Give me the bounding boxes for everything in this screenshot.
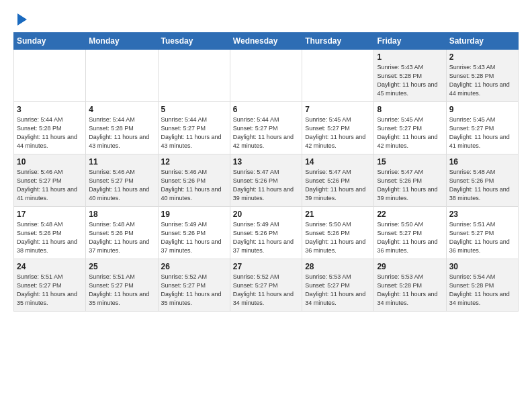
day-info: Sunrise: 5:47 AM Sunset: 5:26 PM Dayligh…	[305, 168, 371, 203]
weekday-header-row: SundayMondayTuesdayWednesdayThursdayFrid…	[14, 33, 519, 50]
day-info: Sunrise: 5:45 AM Sunset: 5:27 PM Dayligh…	[449, 116, 515, 150]
calendar-cell: 5Sunrise: 5:44 AM Sunset: 5:27 PM Daylig…	[158, 102, 230, 154]
day-number: 13	[233, 157, 299, 167]
day-number: 28	[305, 262, 371, 271]
weekday-header-saturday: Saturday	[446, 33, 518, 50]
page: SundayMondayTuesdayWednesdayThursdayFrid…	[0, 0, 532, 318]
day-info: Sunrise: 5:46 AM Sunset: 5:27 PM Dayligh…	[17, 168, 83, 203]
calendar-cell: 20Sunrise: 5:49 AM Sunset: 5:26 PM Dayli…	[230, 207, 302, 259]
calendar-cell: 8Sunrise: 5:45 AM Sunset: 5:27 PM Daylig…	[374, 102, 446, 154]
day-info: Sunrise: 5:49 AM Sunset: 5:26 PM Dayligh…	[161, 220, 227, 255]
day-info: Sunrise: 5:51 AM Sunset: 5:27 PM Dayligh…	[17, 273, 83, 308]
day-info: Sunrise: 5:48 AM Sunset: 5:26 PM Dayligh…	[449, 168, 515, 203]
calendar-cell: 14Sunrise: 5:47 AM Sunset: 5:26 PM Dayli…	[302, 154, 374, 207]
calendar-week-5: 24Sunrise: 5:51 AM Sunset: 5:27 PM Dayli…	[14, 259, 519, 312]
calendar-cell: 3Sunrise: 5:44 AM Sunset: 5:28 PM Daylig…	[14, 102, 86, 154]
day-info: Sunrise: 5:45 AM Sunset: 5:27 PM Dayligh…	[305, 116, 371, 150]
weekday-header-thursday: Thursday	[302, 33, 374, 50]
calendar-cell: 23Sunrise: 5:51 AM Sunset: 5:27 PM Dayli…	[446, 207, 518, 259]
calendar-week-3: 10Sunrise: 5:46 AM Sunset: 5:27 PM Dayli…	[14, 154, 519, 207]
day-info: Sunrise: 5:46 AM Sunset: 5:27 PM Dayligh…	[89, 168, 154, 203]
calendar-cell	[302, 50, 374, 102]
calendar-cell: 16Sunrise: 5:48 AM Sunset: 5:26 PM Dayli…	[446, 154, 518, 207]
calendar-cell: 21Sunrise: 5:50 AM Sunset: 5:26 PM Dayli…	[302, 207, 374, 259]
day-number: 14	[305, 157, 371, 167]
day-number: 10	[17, 157, 83, 167]
day-info: Sunrise: 5:48 AM Sunset: 5:26 PM Dayligh…	[89, 220, 154, 255]
calendar-cell: 2Sunrise: 5:43 AM Sunset: 5:28 PM Daylig…	[446, 50, 518, 102]
day-info: Sunrise: 5:44 AM Sunset: 5:28 PM Dayligh…	[17, 116, 83, 150]
day-info: Sunrise: 5:50 AM Sunset: 5:26 PM Dayligh…	[305, 220, 371, 255]
logo-arrow-icon	[17, 13, 27, 26]
weekday-header-wednesday: Wednesday	[230, 33, 302, 50]
day-number: 23	[449, 210, 515, 219]
day-number: 15	[377, 157, 443, 167]
day-info: Sunrise: 5:47 AM Sunset: 5:26 PM Dayligh…	[233, 168, 299, 203]
day-info: Sunrise: 5:49 AM Sunset: 5:26 PM Dayligh…	[233, 220, 299, 255]
calendar-cell: 13Sunrise: 5:47 AM Sunset: 5:26 PM Dayli…	[230, 154, 302, 207]
day-number: 24	[17, 262, 83, 271]
day-number: 12	[161, 157, 227, 167]
calendar-week-2: 3Sunrise: 5:44 AM Sunset: 5:28 PM Daylig…	[14, 102, 519, 154]
calendar-cell: 7Sunrise: 5:45 AM Sunset: 5:27 PM Daylig…	[302, 102, 374, 154]
weekday-header-monday: Monday	[86, 33, 158, 50]
day-number: 1	[377, 52, 443, 62]
weekday-header-sunday: Sunday	[14, 33, 86, 50]
day-info: Sunrise: 5:43 AM Sunset: 5:28 PM Dayligh…	[377, 63, 443, 98]
logo	[13, 11, 27, 26]
day-number: 19	[161, 210, 227, 219]
day-info: Sunrise: 5:43 AM Sunset: 5:28 PM Dayligh…	[449, 63, 515, 98]
calendar-cell: 11Sunrise: 5:46 AM Sunset: 5:27 PM Dayli…	[86, 154, 158, 207]
day-info: Sunrise: 5:44 AM Sunset: 5:28 PM Dayligh…	[89, 116, 154, 150]
calendar-cell: 19Sunrise: 5:49 AM Sunset: 5:26 PM Dayli…	[158, 207, 230, 259]
calendar-cell	[230, 50, 302, 102]
calendar-week-4: 17Sunrise: 5:48 AM Sunset: 5:26 PM Dayli…	[14, 207, 519, 259]
day-number: 9	[449, 105, 515, 114]
calendar-cell: 26Sunrise: 5:52 AM Sunset: 5:27 PM Dayli…	[158, 259, 230, 312]
weekday-header-friday: Friday	[374, 33, 446, 50]
day-number: 11	[89, 157, 154, 167]
day-info: Sunrise: 5:47 AM Sunset: 5:26 PM Dayligh…	[377, 168, 443, 203]
day-number: 6	[233, 105, 299, 114]
day-info: Sunrise: 5:51 AM Sunset: 5:27 PM Dayligh…	[449, 220, 515, 255]
calendar-cell: 1Sunrise: 5:43 AM Sunset: 5:28 PM Daylig…	[374, 50, 446, 102]
day-info: Sunrise: 5:52 AM Sunset: 5:27 PM Dayligh…	[233, 273, 299, 308]
day-info: Sunrise: 5:53 AM Sunset: 5:28 PM Dayligh…	[377, 273, 443, 308]
day-info: Sunrise: 5:48 AM Sunset: 5:26 PM Dayligh…	[17, 220, 83, 255]
day-info: Sunrise: 5:54 AM Sunset: 5:28 PM Dayligh…	[449, 273, 515, 308]
calendar-table: SundayMondayTuesdayWednesdayThursdayFrid…	[13, 32, 519, 312]
calendar-cell: 10Sunrise: 5:46 AM Sunset: 5:27 PM Dayli…	[14, 154, 86, 207]
day-number: 26	[161, 262, 227, 271]
calendar-cell: 30Sunrise: 5:54 AM Sunset: 5:28 PM Dayli…	[446, 259, 518, 312]
day-number: 4	[89, 105, 154, 114]
weekday-header-tuesday: Tuesday	[158, 33, 230, 50]
day-info: Sunrise: 5:51 AM Sunset: 5:27 PM Dayligh…	[89, 273, 154, 308]
day-number: 29	[377, 262, 443, 271]
day-info: Sunrise: 5:44 AM Sunset: 5:27 PM Dayligh…	[161, 116, 227, 150]
calendar-cell	[158, 50, 230, 102]
calendar-cell: 18Sunrise: 5:48 AM Sunset: 5:26 PM Dayli…	[86, 207, 158, 259]
day-number: 21	[305, 210, 371, 219]
day-number: 27	[233, 262, 299, 271]
calendar-cell: 6Sunrise: 5:44 AM Sunset: 5:27 PM Daylig…	[230, 102, 302, 154]
day-number: 7	[305, 105, 371, 114]
day-number: 25	[89, 262, 154, 271]
calendar-cell: 15Sunrise: 5:47 AM Sunset: 5:26 PM Dayli…	[374, 154, 446, 207]
day-info: Sunrise: 5:44 AM Sunset: 5:27 PM Dayligh…	[233, 116, 299, 150]
day-number: 5	[161, 105, 227, 114]
calendar-cell: 17Sunrise: 5:48 AM Sunset: 5:26 PM Dayli…	[14, 207, 86, 259]
header	[13, 11, 519, 26]
calendar-cell: 9Sunrise: 5:45 AM Sunset: 5:27 PM Daylig…	[446, 102, 518, 154]
day-number: 16	[449, 157, 515, 167]
day-info: Sunrise: 5:53 AM Sunset: 5:27 PM Dayligh…	[305, 273, 371, 308]
calendar-cell: 22Sunrise: 5:50 AM Sunset: 5:27 PM Dayli…	[374, 207, 446, 259]
day-info: Sunrise: 5:50 AM Sunset: 5:27 PM Dayligh…	[377, 220, 443, 255]
calendar-cell: 29Sunrise: 5:53 AM Sunset: 5:28 PM Dayli…	[374, 259, 446, 312]
day-number: 3	[17, 105, 83, 114]
day-number: 8	[377, 105, 443, 114]
calendar-cell: 27Sunrise: 5:52 AM Sunset: 5:27 PM Dayli…	[230, 259, 302, 312]
calendar-week-1: 1Sunrise: 5:43 AM Sunset: 5:28 PM Daylig…	[14, 50, 519, 102]
calendar-cell: 24Sunrise: 5:51 AM Sunset: 5:27 PM Dayli…	[14, 259, 86, 312]
day-number: 20	[233, 210, 299, 219]
calendar-cell: 28Sunrise: 5:53 AM Sunset: 5:27 PM Dayli…	[302, 259, 374, 312]
